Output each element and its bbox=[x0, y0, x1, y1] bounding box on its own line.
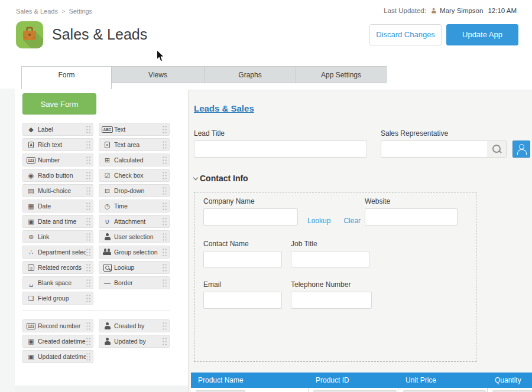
breadcrumb-app-link[interactable]: Sales & Leads bbox=[16, 8, 58, 15]
product-table-header: Product NameProduct IDUnit PriceQuantity bbox=[191, 373, 532, 388]
palette-item-updated-datetime[interactable]: ▣Updated datetime bbox=[22, 350, 93, 363]
drag-handle-icon[interactable] bbox=[86, 156, 91, 165]
field-group-icon: ❏ bbox=[26, 295, 36, 302]
table-col-unit-price: Unit Price bbox=[398, 373, 488, 388]
form-field-telephone-number: Telephone Number bbox=[291, 280, 372, 309]
sales-rep-search-button[interactable] bbox=[487, 141, 506, 157]
palette-item-label: Department selection bbox=[38, 249, 86, 256]
drag-handle-icon[interactable] bbox=[86, 263, 91, 272]
palette-item-number[interactable]: 123Number bbox=[22, 153, 93, 166]
palette-item-blank-space[interactable]: ␣Blank space bbox=[22, 276, 93, 289]
drag-handle-icon[interactable] bbox=[162, 202, 167, 211]
drag-handle-icon[interactable] bbox=[86, 217, 91, 226]
tab-bar: FormViewsGraphsApp Settings bbox=[21, 66, 387, 89]
palette-item-check-box[interactable]: ☑Check box bbox=[99, 169, 170, 182]
palette-item-created-by[interactable]: Created by bbox=[99, 319, 170, 332]
palette-item-label: Created by bbox=[114, 322, 162, 329]
sales-rep-user-picker-button[interactable] bbox=[512, 141, 530, 158]
telephone-number-input[interactable] bbox=[291, 292, 372, 309]
page-margin-bottom bbox=[15, 386, 188, 392]
job-title-input[interactable] bbox=[291, 251, 369, 268]
palette-item-drop-down[interactable]: ⊟Drop-down bbox=[99, 184, 170, 197]
palette-item-record-number[interactable]: 123Record number bbox=[22, 319, 93, 332]
drag-handle-icon[interactable] bbox=[86, 322, 91, 331]
drag-handle-icon[interactable] bbox=[162, 171, 167, 180]
form-table-link[interactable]: Leads & Sales bbox=[194, 103, 254, 113]
palette-item-label: Lookup bbox=[114, 264, 162, 271]
contact-name-input[interactable] bbox=[203, 251, 282, 268]
lead-title-input[interactable] bbox=[194, 141, 367, 158]
sales-rep-input[interactable] bbox=[381, 141, 487, 157]
palette-item-rich-text[interactable]: ARich text bbox=[22, 138, 93, 151]
palette-item-updated-by[interactable]: Updated by bbox=[99, 335, 170, 348]
tab-form[interactable]: Form bbox=[21, 66, 112, 89]
drag-handle-icon[interactable] bbox=[162, 156, 167, 165]
drag-handle-icon[interactable] bbox=[86, 141, 91, 149]
palette-item-related-records[interactable]: ◎Related records bbox=[22, 261, 93, 274]
drag-handle-icon[interactable] bbox=[162, 125, 167, 134]
drag-handle-icon[interactable] bbox=[86, 352, 91, 361]
table-cell-product-name bbox=[191, 388, 309, 392]
drag-handle-icon[interactable] bbox=[86, 248, 91, 257]
palette-item-multi-choice[interactable]: ▤Multi-choice bbox=[22, 184, 93, 197]
palette-item-label: Blank space bbox=[38, 279, 86, 286]
drag-handle-icon[interactable] bbox=[86, 187, 91, 195]
drag-handle-icon[interactable] bbox=[86, 294, 91, 303]
palette-item-user-selection[interactable]: User selection bbox=[99, 230, 170, 243]
drag-handle-icon[interactable] bbox=[162, 248, 167, 257]
contact-info-toggle[interactable]: Contact Info bbox=[194, 174, 248, 183]
palette-item-date-and-time[interactable]: ▣Date and time bbox=[22, 215, 93, 228]
drag-handle-icon[interactable] bbox=[86, 233, 91, 241]
palette-item-label: Time bbox=[114, 202, 162, 210]
drag-handle-icon[interactable] bbox=[86, 202, 91, 211]
palette-item-label: Updated datetime bbox=[38, 353, 86, 360]
drag-handle-icon[interactable] bbox=[162, 187, 167, 195]
website-input[interactable] bbox=[365, 208, 458, 226]
company-name-input[interactable] bbox=[203, 208, 298, 226]
save-form-button[interactable]: Save Form bbox=[22, 93, 96, 115]
person-icon bbox=[102, 338, 112, 345]
palette-item-label: Updated by bbox=[114, 338, 162, 345]
drag-handle-icon[interactable] bbox=[162, 233, 167, 241]
palette-item-radio-button[interactable]: ◉Radio button bbox=[22, 169, 93, 182]
update-app-button[interactable]: Update App bbox=[446, 24, 518, 45]
palette-item-border[interactable]: —Border bbox=[99, 276, 170, 289]
text-area-icon: ≡ bbox=[102, 142, 112, 148]
field-palette-grid: ◆LabelABCTextARich text≡Text area123Numb… bbox=[22, 123, 170, 305]
palette-item-link[interactable]: ⊕Link bbox=[22, 230, 93, 243]
palette-item-date[interactable]: ▦Date bbox=[22, 200, 93, 213]
palette-item-text[interactable]: ABCText bbox=[99, 123, 170, 136]
palette-item-department-selection[interactable]: ∴Department selection bbox=[22, 246, 93, 259]
lookup-link[interactable]: Lookup bbox=[307, 217, 330, 225]
tab-graphs[interactable]: Graphs bbox=[205, 66, 296, 83]
drag-handle-icon[interactable] bbox=[162, 141, 167, 149]
palette-item-label: Multi-choice bbox=[38, 187, 86, 194]
palette-item-group-selection[interactable]: Group selection bbox=[99, 246, 170, 259]
app-window: Sales & Leads>Settings Last Updated: Mar… bbox=[0, 0, 532, 392]
last-updated-user[interactable]: Mary Simpson bbox=[440, 7, 484, 14]
drag-handle-icon[interactable] bbox=[162, 279, 167, 288]
palette-item-label[interactable]: ◆Label bbox=[22, 123, 93, 136]
drag-handle-icon[interactable] bbox=[86, 125, 91, 134]
palette-item-attachment[interactable]: ∪Attachment bbox=[99, 215, 170, 228]
drag-handle-icon[interactable] bbox=[162, 263, 167, 272]
drag-handle-icon[interactable] bbox=[86, 279, 91, 288]
discard-changes-button[interactable]: Discard Changes bbox=[369, 24, 442, 45]
palette-item-calculated[interactable]: ⊞Calculated bbox=[99, 153, 170, 166]
tab-app-settings[interactable]: App Settings bbox=[296, 66, 387, 83]
email-input[interactable] bbox=[203, 292, 282, 309]
palette-item-field-group[interactable]: ❏Field group bbox=[22, 292, 93, 305]
clear-link[interactable]: Clear bbox=[343, 217, 361, 225]
palette-item-created-datetime[interactable]: ▣Created datetime bbox=[22, 335, 93, 348]
drag-handle-icon[interactable] bbox=[162, 322, 167, 331]
drag-handle-icon[interactable] bbox=[162, 217, 167, 226]
palette-item-text-area[interactable]: ≡Text area bbox=[99, 138, 170, 151]
tab-views[interactable]: Views bbox=[112, 66, 205, 83]
drag-handle-icon[interactable] bbox=[86, 337, 91, 346]
drag-handle-icon[interactable] bbox=[86, 171, 91, 180]
people-icon bbox=[102, 249, 112, 256]
palette-item-time[interactable]: ◷Time bbox=[99, 200, 170, 213]
calculator-icon: ⊞ bbox=[102, 157, 112, 164]
drag-handle-icon[interactable] bbox=[162, 337, 167, 346]
palette-item-lookup[interactable]: Lookup bbox=[99, 261, 170, 274]
